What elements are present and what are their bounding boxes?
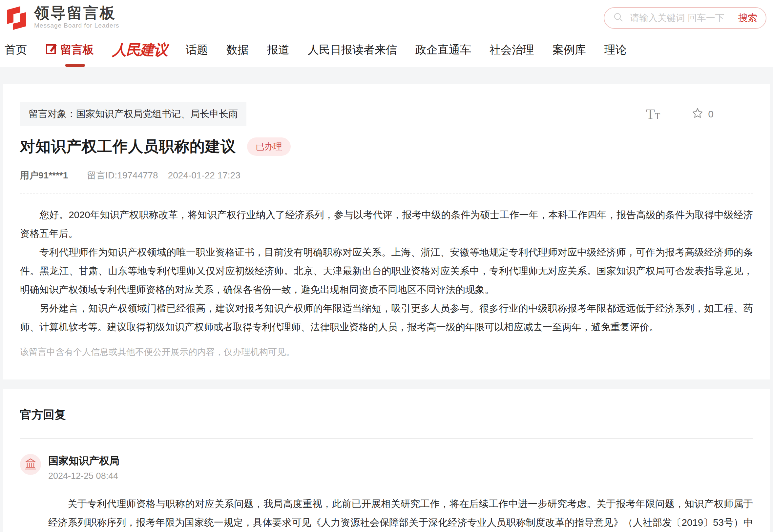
nav-item-topics[interactable]: 话题 [186, 33, 208, 67]
nav-item-reader-letters[interactable]: 人民日报读者来信 [308, 33, 397, 67]
nav-active-underline [65, 64, 85, 67]
government-building-icon [24, 458, 37, 471]
search-button[interactable]: 搜索 [738, 11, 757, 25]
nav-item-reports[interactable]: 报道 [267, 33, 289, 67]
privacy-note: 该留言中含有个人信息或其他不便公开展示的内容，仅办理机构可见。 [20, 346, 753, 358]
pencil-square-icon [45, 42, 58, 57]
message-id: 留言ID:19744778 [87, 169, 158, 182]
message-title: 对知识产权工作人员职称的建议 [20, 136, 236, 157]
font-size-icon[interactable]: TT [646, 106, 660, 123]
search-bar[interactable]: 搜索 [604, 7, 766, 29]
reply-body: 关于专利代理师资格与职称的对应关系问题，我局高度重视，此前已开展相关研究工作，将… [48, 494, 753, 532]
reply-divider [20, 438, 753, 439]
favorite-count: 0 [708, 109, 714, 120]
header-content-gap [0, 67, 773, 84]
page-header: 领导留言板 Message Board for Leaders 搜索 [0, 0, 773, 33]
nav-item-data[interactable]: 数据 [226, 33, 249, 67]
reply-timestamp: 2024-12-25 08:44 [48, 471, 753, 481]
message-timestamp: 2024-01-22 17:23 [168, 170, 240, 181]
site-title: 领导留言板 [34, 5, 119, 21]
nav-item-theory[interactable]: 理论 [604, 33, 627, 67]
card-gap [0, 379, 773, 389]
logo-mark-icon [5, 5, 29, 33]
nav-item-message-board[interactable]: 留言板 [45, 33, 94, 67]
nav-item-case-library[interactable]: 案例库 [553, 33, 586, 67]
site-logo[interactable]: 领导留言板 Message Board for Leaders [5, 5, 119, 33]
reply-section-title: 官方回复 [20, 407, 753, 422]
message-paragraph: 专利代理师作为知识产权领域的唯一职业资格证书，目前没有明确职称对应关系。上海、浙… [20, 243, 753, 299]
nav-item-home[interactable]: 首页 [5, 33, 27, 67]
official-reply-card: 官方回复 国家知识产权局 2024-12-25 08:44 关于专利代理师资格与… [3, 389, 770, 532]
message-paragraph: 您好。2020年知识产权职称改革，将知识产权行业纳入了经济系列，参与以考代评，报… [20, 205, 753, 243]
main-nav: 首页 留言板 人民建议 话题 数据 报道 人民日报读者来信 政企直通车 社会治理… [0, 33, 773, 67]
nav-item-gov-enterprise[interactable]: 政企直通车 [416, 33, 471, 67]
message-user: 用户91****1 [20, 169, 68, 182]
message-paragraph: 另外建言，知识产权领域门槛已经很高，建议对报考知识产权师的年限适当缩短，吸引更多… [20, 299, 753, 336]
message-card: 留言对象：国家知识产权局党组书记、局长申长雨 TT 0 对知识产权工作人员职称的… [3, 84, 770, 379]
nav-item-peoples-suggestion[interactable]: 人民建议 [112, 33, 167, 67]
avatar [20, 454, 41, 475]
nav-item-social-governance[interactable]: 社会治理 [490, 33, 534, 67]
status-badge: 已办理 [247, 137, 291, 156]
reply-item: 国家知识产权局 2024-12-25 08:44 关于专利代理师资格与职称的对应… [20, 454, 753, 532]
message-target-tag: 留言对象：国家知识产权局党组书记、局长申长雨 [20, 102, 246, 126]
favorite-control[interactable]: 0 [692, 107, 714, 121]
reply-agency-name: 国家知识产权局 [48, 454, 753, 468]
site-subtitle: Message Board for Leaders [34, 22, 119, 29]
search-input[interactable] [630, 13, 738, 23]
star-icon [692, 107, 703, 121]
search-icon [613, 12, 624, 24]
message-body: 您好。2020年知识产权职称改革，将知识产权行业纳入了经济系列，参与以考代评，报… [20, 205, 753, 358]
